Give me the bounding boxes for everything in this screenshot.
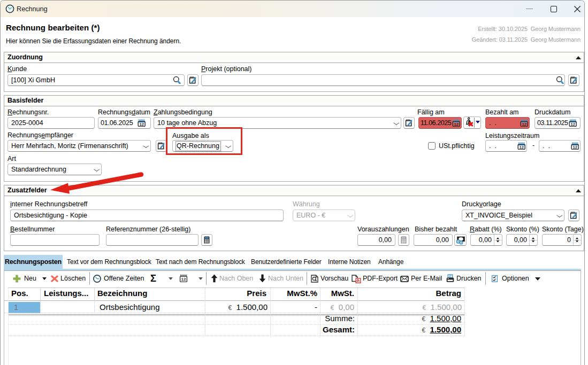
svg-text:12: 12	[181, 277, 186, 282]
